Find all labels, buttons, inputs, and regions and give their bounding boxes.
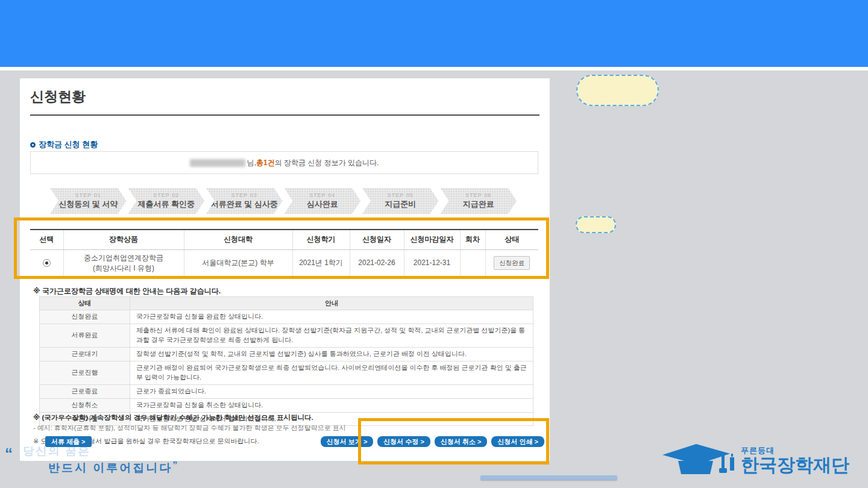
slogan-line2: 반드시 이루어집니다”: [48, 460, 179, 476]
guide-row: 신청완료 국가근로장학금 신청을 완료한 상태입니다.: [40, 310, 533, 324]
logo-text: 푸른등대 한국장학재단: [741, 445, 849, 474]
step-6-label: 지급완료: [463, 199, 494, 210]
guide-header-row: 상태 안내: [40, 297, 533, 310]
step-5-number: STEP 05: [388, 192, 414, 198]
guide-col-status: 상태: [40, 297, 130, 310]
guide-row: 신청취소 국가근로장학금 신청을 취소한 상태입니다.: [40, 398, 533, 412]
section-bullet-icon: [30, 142, 36, 148]
step-5-label: 지급준비: [385, 199, 416, 210]
guide-status-desc: 국가근로장학금 신청을 취소한 상태입니다.: [130, 398, 533, 412]
slogan-open-quote: “: [5, 445, 13, 463]
guide-row: 서류완료 제출하신 서류에 대해 확인이 완료된 상태입니다. 장학생 선발기준…: [40, 324, 533, 347]
step-3: STEP 03 서류완료 및 심사중: [206, 188, 283, 214]
guide-status-desc: 국가근로장학금 신청을 완료한 상태입니다.: [130, 310, 533, 324]
step-2-label: 제출서류 확인중: [137, 199, 195, 210]
step-1-label: 신청동의 및 서약: [58, 199, 118, 210]
guide-status-desc: 근로가 종료되었습니다.: [130, 384, 533, 398]
guide-status-name: 신청완료: [40, 310, 130, 324]
step-4: STEP 04 심사완료: [285, 188, 361, 214]
step-4-number: STEP 04: [309, 192, 335, 198]
guide-status-name: 근로종료: [40, 384, 130, 398]
callout-pill-small: [576, 216, 616, 233]
brand-name: 한국장학재단: [741, 456, 849, 474]
bottom-scroll-indicator[interactable]: [480, 475, 617, 480]
step-2-number: STEP 02: [153, 192, 179, 198]
guide-row: 근로종료 근로가 종료되었습니다.: [40, 384, 533, 398]
highlight-box-application-table: [14, 217, 549, 279]
guide-row: 근로대기 장학생 선발기준(성적 및 학적, 교내외 근로지별 선발기준) 심사…: [40, 347, 533, 361]
banner-divider: [0, 67, 868, 70]
top-banner: [0, 0, 868, 67]
step-4-label: 심사완료: [307, 199, 338, 210]
step-6: STEP 06 지급완료: [441, 188, 517, 214]
guide-status-name: 서류완료: [40, 324, 130, 347]
guide-status-desc: 제출하신 서류에 대해 확인이 완료된 상태입니다. 장학생 선발기준(학자금 …: [130, 324, 533, 347]
step-3-label: 서류완료 및 심사중: [211, 199, 278, 210]
status-guide-table: 상태 안내 신청완료 국가근로장학금 신청을 완료한 상태입니다. 서류완료 제…: [39, 296, 533, 426]
summary-suffix: 님,: [247, 158, 256, 168]
guide-status-desc: 장학생 선발기준(성적 및 학적, 교내외 근로지별 선발기준) 심사를 통과하…: [130, 347, 533, 361]
step-3-number: STEP 03: [231, 192, 257, 198]
screen: “ 당신의 꿈은 반드시 이루어집니다” 신청현황 장학금 신청 현황 님, 총…: [0, 0, 868, 488]
summary-box: 님, 총1건 의 장학금 신청 정보가 있습니다.: [30, 151, 538, 174]
step-6-number: STEP 06: [465, 192, 491, 198]
callout-pill-large: [576, 75, 659, 106]
kosaf-logo: 푸른등대 한국장학재단: [659, 440, 849, 479]
step-5: STEP 05 지급준비: [362, 188, 439, 214]
footer-slogan: “ 당신의 꿈은 반드시 이루어집니다”: [5, 443, 179, 476]
summary-tail: 의 장학금 신청 정보가 있습니다.: [275, 158, 379, 168]
section-title: 장학금 신청 현황: [39, 139, 98, 150]
step-1: STEP 01 신청동의 및 서약: [50, 188, 127, 214]
guide-status-name: 근로대기: [40, 347, 130, 361]
slogan-line1: 당신의 꿈은: [23, 443, 179, 459]
note-1-example: - 예시: 휴학자(군휴학 포함), 성적미달자 등 해당학기 장학금 수혜가 …: [33, 424, 346, 433]
graduation-cap-icon: [659, 440, 736, 479]
guide-status-desc: 근로기관 배정이 완료되어 국가근로장학생으로 최종 선발되었습니다. 사이버오…: [130, 361, 533, 384]
step-2: STEP 02 제출서류 확인중: [128, 188, 205, 214]
title-divider: [30, 114, 539, 116]
section-header: 장학금 신청 현황: [30, 139, 98, 150]
guide-status-name: 근로진행: [40, 361, 130, 384]
progress-steps: STEP 01 신청동의 및 서약 STEP 02 제출서류 확인중 STEP …: [50, 188, 518, 214]
guide-status-name: 신청취소: [40, 398, 130, 412]
highlight-box-action-buttons: [358, 418, 549, 465]
summary-count: 총1건: [256, 158, 275, 168]
note-1: ※ (국가우수장학) 계속장학생의 경우 해당학기 수혜가 가능한 학생만 선정…: [33, 413, 346, 423]
guide-row: 근로진행 근로기관 배정이 완료되어 국가근로장학생으로 최종 선발되었습니다.…: [40, 361, 533, 384]
masked-user-name: [190, 159, 245, 167]
step-1-number: STEP 01: [75, 192, 101, 198]
slogan-close-quote: ”: [172, 460, 179, 471]
guide-col-info: 안내: [130, 297, 533, 310]
status-guide-heading: ※ 국가근로장학금 상태명에 대한 안내는 다음과 같습니다.: [33, 286, 221, 296]
page-title: 신청현황: [30, 87, 86, 106]
